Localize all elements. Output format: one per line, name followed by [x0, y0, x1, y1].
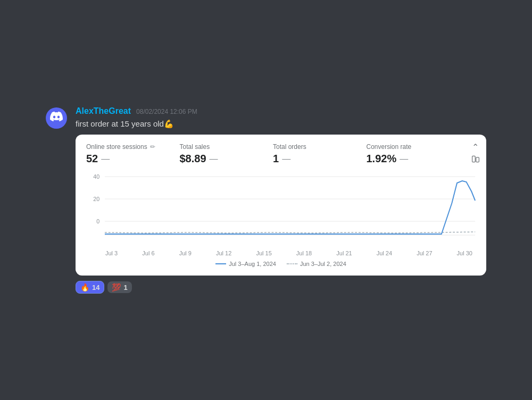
svg-text:20: 20	[93, 196, 99, 202]
metric-orders-value: 1 —	[273, 153, 356, 165]
svg-rect-0	[472, 156, 476, 162]
svg-text:40: 40	[93, 173, 99, 180]
metric-sales-label: Total sales	[180, 143, 263, 151]
discord-logo	[50, 110, 63, 126]
metric-sales-value: $8.89 —	[180, 153, 263, 165]
chart-area: 40 20 0 Jul 3 Jul 6 Jul 9 Jul 12	[84, 171, 478, 256]
reaction-fire[interactable]: 🔥 14	[76, 281, 104, 294]
reaction-100[interactable]: 💯 1	[107, 281, 131, 293]
hundred-count: 1	[123, 284, 127, 291]
metric-sessions-value: 52 —	[86, 153, 169, 165]
analytics-card: ⌃ Online store sessions ✏	[76, 135, 486, 276]
chat-container: AlexTheGreat 08/02/2024 12:06 PM first o…	[37, 96, 495, 304]
message-text: first order at 15 years old💪	[76, 118, 486, 129]
metric-sessions-label: Online store sessions ✏	[86, 143, 169, 151]
legend-solid: Jul 3–Aug 1, 2024	[215, 261, 276, 267]
message-header: AlexTheGreat 08/02/2024 12:06 PM	[76, 106, 486, 116]
metric-conversion: Conversion rate 1.92% —	[367, 143, 460, 165]
legend-dotted: Jun 3–Jul 2, 2024	[287, 261, 346, 267]
metric-conversion-value: 1.92% —	[367, 153, 450, 165]
message-content: AlexTheGreat 08/02/2024 12:06 PM first o…	[76, 106, 486, 294]
metric-sales: Total sales $8.89 —	[180, 143, 273, 165]
timestamp: 08/02/2024 12:06 PM	[136, 108, 197, 115]
username: AlexTheGreat	[76, 106, 131, 116]
metric-orders-label: Total orders	[273, 143, 356, 151]
chart-x-labels: Jul 3 Jul 6 Jul 9 Jul 12 Jul 15 Jul 18 J…	[84, 248, 478, 256]
svg-rect-1	[476, 157, 479, 162]
legend-solid-label: Jul 3–Aug 1, 2024	[229, 261, 276, 267]
metric-orders: Total orders 1 —	[273, 143, 367, 165]
legend-dotted-label: Jun 3–Jul 2, 2024	[300, 261, 346, 267]
svg-text:0: 0	[96, 218, 99, 224]
edit-icon[interactable]: ✏	[150, 143, 155, 151]
legend-solid-line	[215, 263, 226, 264]
collapse-button[interactable]: ⌃	[472, 142, 479, 152]
metric-sessions: Online store sessions ✏ 52 —	[86, 143, 180, 165]
message-row: AlexTheGreat 08/02/2024 12:06 PM first o…	[46, 106, 486, 294]
compare-button[interactable]	[471, 155, 480, 165]
reactions-row: 🔥 14 💯 1	[76, 281, 486, 294]
chart-svg: 40 20 0	[84, 171, 478, 246]
metric-conversion-label: Conversion rate	[367, 143, 450, 151]
fire-emoji: 🔥	[80, 283, 89, 291]
hundred-emoji: 💯	[112, 283, 121, 291]
fire-count: 14	[92, 284, 99, 291]
legend-dotted-line	[287, 263, 297, 264]
metrics-row: Online store sessions ✏ 52 — Total sales	[86, 143, 476, 165]
avatar	[46, 107, 67, 129]
chart-legend: Jul 3–Aug 1, 2024 Jun 3–Jul 2, 2024	[86, 261, 476, 267]
